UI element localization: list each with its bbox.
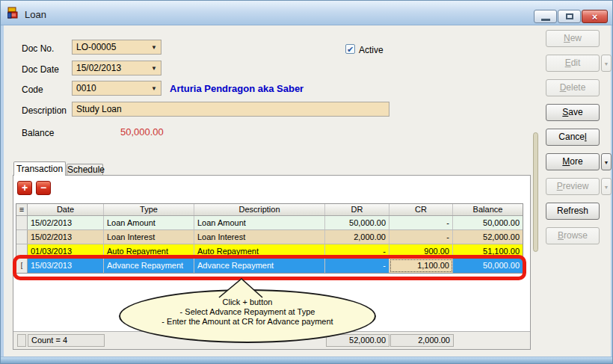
cell-dr[interactable]: 50,000.00 — [325, 216, 389, 229]
cell-dr[interactable]: 2,000.00 — [325, 230, 389, 244]
callout-line: - Select Advance Repayment at Type — [180, 307, 315, 317]
window-bottom-border — [1, 357, 613, 363]
minimize-icon — [541, 19, 550, 21]
doc-date-label: Doc Date — [22, 64, 59, 75]
minimize-button[interactable] — [534, 10, 557, 23]
delete-button: Delete — [546, 79, 600, 96]
cancel-button[interactable]: Cancel — [546, 129, 600, 146]
cell-type[interactable]: Loan Interest — [104, 230, 194, 244]
table-row[interactable]: 15/02/2013Loan AmountLoan Amount50,000.0… — [16, 216, 523, 230]
cell-description[interactable]: Loan Amount — [194, 216, 325, 229]
cell-date[interactable]: 15/02/2013 — [28, 216, 104, 229]
preview-dropdown-button: ▼ — [601, 178, 612, 195]
maximize-button[interactable] — [558, 10, 581, 23]
doc-date-value: 15/02/2013 — [76, 63, 121, 73]
active-checkbox[interactable]: ✔ — [345, 44, 355, 54]
active-label: Active — [359, 45, 383, 55]
refresh-button[interactable]: Refresh — [546, 203, 600, 220]
add-row-button[interactable]: + — [17, 181, 32, 195]
edit-dropdown-button: ▼ — [601, 55, 612, 72]
balance-label: Balance — [22, 128, 54, 138]
column-header-dr[interactable]: DR — [325, 204, 389, 215]
code-combo[interactable]: 0010 ▼ — [72, 81, 161, 96]
column-header-cr[interactable]: CR — [389, 204, 453, 215]
column-header-balance[interactable]: Balance — [453, 204, 523, 215]
doc-date-combo[interactable]: 15/02/2013 ▼ — [72, 61, 161, 75]
preview-button: Preview — [546, 178, 600, 195]
cell-balance[interactable]: 50,000.00 — [453, 216, 523, 229]
callout-pointer — [212, 278, 271, 298]
row-count: Count = 4 — [28, 334, 105, 347]
edit-button: Edit — [546, 55, 600, 72]
cell-date[interactable]: 15/02/2013 — [28, 230, 104, 244]
combo-arrow-icon[interactable]: ▼ — [151, 65, 157, 72]
description-label: Description — [22, 105, 67, 116]
minus-icon: − — [40, 182, 46, 194]
cr-total: 2,000.00 — [390, 334, 454, 347]
panel-splitter[interactable] — [533, 132, 538, 252]
column-header-description[interactable]: Description — [194, 204, 325, 215]
description-value: Study Loan — [76, 104, 122, 114]
save-button[interactable]: Save — [546, 104, 600, 121]
code-value: 0010 — [76, 83, 96, 93]
column-header-date[interactable]: Date — [28, 204, 104, 215]
browse-button: Browse — [546, 227, 600, 244]
combo-arrow-icon[interactable]: ▼ — [151, 44, 157, 51]
row-indicator[interactable] — [16, 230, 28, 244]
maximize-icon — [566, 13, 573, 19]
code-label: Code — [22, 84, 43, 95]
new-button: New — [546, 30, 600, 47]
dr-total: 52,000.00 — [326, 334, 389, 347]
tab-transaction[interactable]: Transaction — [13, 161, 66, 176]
loan-window: Loan × Doc No. LO-00005 ▼ Doc Date 15/02… — [0, 0, 613, 364]
more-dropdown-button[interactable]: ▼ — [601, 153, 612, 170]
title-bar[interactable]: Loan × — [1, 1, 612, 25]
more-button[interactable]: More — [546, 153, 600, 170]
description-input[interactable]: Study Loan — [72, 102, 389, 117]
doc-no-value: LO-00005 — [76, 42, 116, 52]
balance-value: 50,000.00 — [120, 126, 164, 138]
combo-arrow-icon[interactable]: ▼ — [151, 85, 157, 92]
grid-options-icon[interactable]: ≡ — [16, 204, 28, 215]
doc-no-label: Doc No. — [22, 43, 54, 54]
remove-row-button[interactable]: − — [36, 181, 51, 195]
window-title: Loan — [25, 9, 46, 20]
highlight-rectangle — [13, 255, 526, 280]
doc-no-combo[interactable]: LO-00005 ▼ — [72, 40, 161, 55]
callout-line: Click + button — [223, 297, 273, 307]
check-icon: ✔ — [347, 45, 354, 54]
table-row[interactable]: 15/02/2013Loan InterestLoan Interest2,00… — [16, 230, 523, 244]
callout-line: - Enter the Amount at CR for Advance pay… — [161, 317, 333, 327]
close-button[interactable]: × — [582, 10, 608, 23]
row-indicator[interactable] — [16, 216, 28, 229]
cell-description[interactable]: Loan Interest — [194, 230, 325, 244]
cell-cr[interactable]: - — [389, 216, 453, 229]
cell-balance[interactable]: 52,000.00 — [453, 230, 523, 244]
code-display-name: Arturia Pendragon aka Saber — [170, 83, 304, 94]
app-icon — [7, 7, 20, 19]
column-header-type[interactable]: Type — [104, 204, 194, 215]
plus-icon: + — [22, 182, 28, 194]
tab-schedule[interactable]: Schedule — [67, 164, 103, 176]
cell-type[interactable]: Loan Amount — [104, 216, 194, 229]
close-icon: × — [592, 11, 598, 22]
footer-indicator-cell — [17, 334, 26, 347]
cell-cr[interactable]: - — [389, 230, 453, 244]
